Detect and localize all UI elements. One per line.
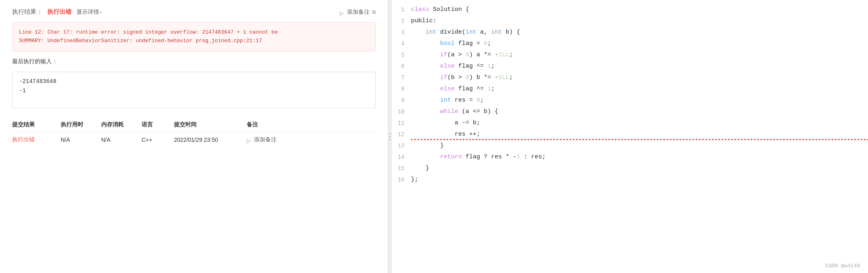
token: ; (509, 74, 513, 81)
code-line-12: 12 res ++; (392, 129, 868, 140)
input-value-2: -1 (19, 86, 369, 96)
code-line-10: 10 while (a <= b) { (392, 106, 868, 117)
line-number-9: 9 (392, 95, 411, 106)
token: (b > (447, 74, 466, 81)
line-number-16: 16 (392, 174, 411, 186)
code-line-8: 8 else flag ^= 1; (392, 83, 868, 95)
code-editor-panel: 1class Solution {2public:3 int divide(in… (392, 0, 868, 273)
line-number-8: 8 (392, 83, 411, 95)
code-content-16: }; (411, 174, 868, 186)
token: : res; (520, 154, 546, 160)
line-number-15: 15 (392, 163, 411, 174)
token: } (411, 142, 444, 149)
token: else (440, 85, 455, 92)
token: res ++; (455, 131, 480, 138)
token (411, 51, 440, 58)
token (411, 40, 440, 47)
code-content-15: } (411, 163, 868, 174)
token: class (411, 6, 429, 13)
flag-icon (340, 10, 345, 15)
detail-link[interactable]: 显示详情 › (76, 9, 102, 16)
token: ; (509, 51, 513, 58)
error-line-2: SUMMARY: UndefinedBehaviorSanitizer: und… (19, 37, 369, 45)
code-content-2: public: (411, 15, 868, 27)
code-content-12: res ++; (411, 129, 868, 140)
token: 1LL (498, 74, 509, 81)
line-number-3: 3 (392, 27, 411, 38)
token: Solution { (429, 6, 469, 13)
token: ; (491, 85, 495, 92)
code-line-4: 4 bool flag = 0; (392, 38, 868, 49)
line-number-6: 6 (392, 61, 411, 72)
row-note-label: 添加备注 (254, 136, 277, 143)
error-line-1: Line 12: Char 17: runtime error: signed … (19, 28, 369, 37)
row-status: 执行出错 (12, 132, 61, 147)
token: if (440, 51, 447, 58)
line-number-10: 10 (392, 106, 411, 117)
token: flag ^= (455, 85, 487, 92)
token (411, 108, 440, 115)
divider-dot-1 (390, 133, 391, 134)
add-note-header-button[interactable]: 添加备注 (340, 9, 376, 16)
token: 1 (487, 85, 491, 92)
token: int (426, 29, 436, 36)
token: 1 (487, 63, 491, 70)
result-label: 执行结果： (12, 8, 42, 16)
row-note[interactable]: 添加备注 (247, 132, 376, 147)
token: ; (480, 97, 484, 104)
token: if (440, 74, 447, 81)
code-line-13: 13 } (392, 140, 868, 151)
token (411, 74, 440, 81)
copy-icon (372, 9, 376, 15)
row-language: C++ (142, 132, 174, 147)
token: flag = (455, 40, 484, 47)
panel-divider[interactable] (388, 0, 392, 273)
code-content-7: if(b > 0) b *= -1LL; (411, 72, 868, 83)
token: divide( (436, 29, 466, 36)
token: int (466, 29, 476, 36)
code-content-6: else flag ^= 1; (411, 61, 868, 72)
token: public: (411, 17, 436, 24)
code-line-16: 16}; (392, 174, 868, 186)
line-number-14: 14 (392, 151, 411, 163)
token: }; (411, 176, 418, 183)
token: return (440, 154, 462, 160)
left-panel: 执行结果： 执行出错 显示详情 › 添加备注 Line 12: Char 17:… (0, 0, 388, 273)
input-box: -2147483648 -1 (12, 72, 376, 108)
token: 1 (517, 154, 520, 160)
token: flag ? res * - (462, 154, 517, 160)
detail-link-text: 显示详情 (76, 9, 99, 16)
token: res = (451, 97, 476, 104)
code-line-14: 14 return flag ? res * -1 : res; (392, 151, 868, 163)
token: b) { (502, 29, 520, 36)
token: ) a *= - (469, 51, 498, 58)
col-header-submit-time: 提交时间 (174, 118, 247, 132)
line-number-2: 2 (392, 15, 411, 27)
token (411, 119, 455, 126)
result-header: 执行结果： 执行出错 显示详情 › 添加备注 (12, 8, 376, 16)
error-box: Line 12: Char 17: runtime error: signed … (12, 22, 376, 51)
token: int (491, 29, 502, 36)
token: } (411, 165, 429, 172)
token: 1LL (498, 51, 509, 58)
col-header-memory: 内存消耗 (101, 118, 142, 132)
col-header-status: 提交结果 (12, 118, 61, 132)
line-number-1: 1 (392, 4, 411, 15)
detail-chevron: › (100, 9, 102, 15)
watermark: CSDN @w4149 (825, 263, 860, 269)
add-note-header-label: 添加备注 (347, 9, 370, 16)
divider-dot-3 (390, 139, 391, 140)
code-content-3: int divide(int a, int b) { (411, 27, 868, 38)
code-content-10: while (a <= b) { (411, 106, 868, 117)
code-content-9: int res = 0; (411, 95, 868, 106)
token: 0 (466, 51, 469, 58)
token: int (440, 97, 451, 104)
code-line-11: 11 a -= b; (392, 117, 868, 129)
submissions-table: 提交结果 执行用时 内存消耗 语言 提交时间 备注 执行出错 N/A N/A C… (12, 118, 376, 147)
token (411, 97, 440, 104)
token: (a <= b) { (458, 108, 498, 115)
line-number-7: 7 (392, 72, 411, 83)
code-content-14: return flag ? res * -1 : res; (411, 151, 868, 163)
col-header-note: 备注 (247, 118, 376, 132)
code-content-1: class Solution { (411, 4, 868, 15)
